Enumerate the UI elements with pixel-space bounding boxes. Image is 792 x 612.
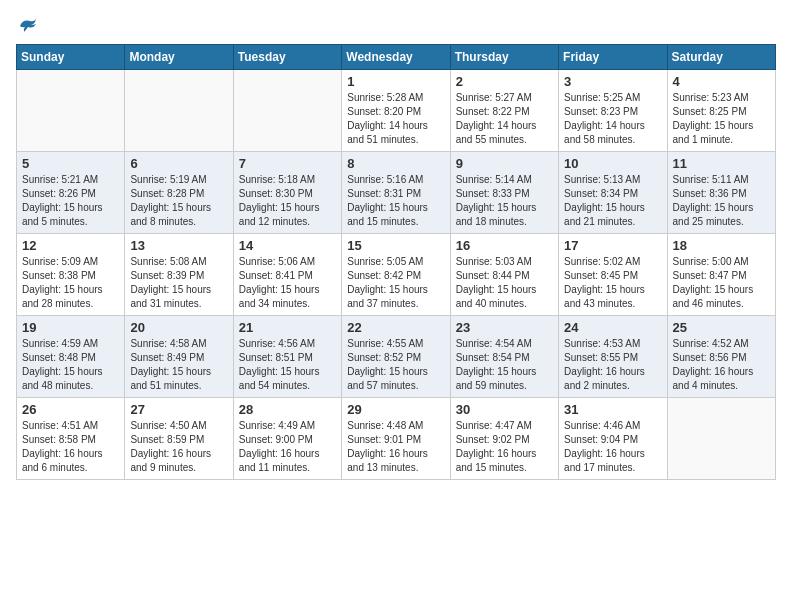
calendar-cell: 22Sunrise: 4:55 AM Sunset: 8:52 PM Dayli… (342, 316, 450, 398)
day-info: Sunrise: 4:56 AM Sunset: 8:51 PM Dayligh… (239, 337, 336, 393)
calendar-body: 1Sunrise: 5:28 AM Sunset: 8:20 PM Daylig… (17, 70, 776, 480)
day-number: 27 (130, 402, 227, 417)
day-info: Sunrise: 5:08 AM Sunset: 8:39 PM Dayligh… (130, 255, 227, 311)
day-number: 20 (130, 320, 227, 335)
day-number: 12 (22, 238, 119, 253)
calendar-cell: 6Sunrise: 5:19 AM Sunset: 8:28 PM Daylig… (125, 152, 233, 234)
day-info: Sunrise: 4:53 AM Sunset: 8:55 PM Dayligh… (564, 337, 661, 393)
day-info: Sunrise: 4:54 AM Sunset: 8:54 PM Dayligh… (456, 337, 553, 393)
calendar-cell: 18Sunrise: 5:00 AM Sunset: 8:47 PM Dayli… (667, 234, 775, 316)
day-number: 22 (347, 320, 444, 335)
calendar-cell: 10Sunrise: 5:13 AM Sunset: 8:34 PM Dayli… (559, 152, 667, 234)
calendar-cell: 16Sunrise: 5:03 AM Sunset: 8:44 PM Dayli… (450, 234, 558, 316)
calendar-cell: 21Sunrise: 4:56 AM Sunset: 8:51 PM Dayli… (233, 316, 341, 398)
logo-bird-icon (18, 16, 38, 36)
calendar-cell: 31Sunrise: 4:46 AM Sunset: 9:04 PM Dayli… (559, 398, 667, 480)
day-info: Sunrise: 4:48 AM Sunset: 9:01 PM Dayligh… (347, 419, 444, 475)
day-number: 10 (564, 156, 661, 171)
logo (16, 16, 38, 36)
day-number: 16 (456, 238, 553, 253)
calendar-cell (233, 70, 341, 152)
day-info: Sunrise: 5:25 AM Sunset: 8:23 PM Dayligh… (564, 91, 661, 147)
day-info: Sunrise: 4:50 AM Sunset: 8:59 PM Dayligh… (130, 419, 227, 475)
day-number: 1 (347, 74, 444, 89)
calendar-cell: 5Sunrise: 5:21 AM Sunset: 8:26 PM Daylig… (17, 152, 125, 234)
day-info: Sunrise: 5:19 AM Sunset: 8:28 PM Dayligh… (130, 173, 227, 229)
calendar-week-4: 19Sunrise: 4:59 AM Sunset: 8:48 PM Dayli… (17, 316, 776, 398)
calendar-cell: 25Sunrise: 4:52 AM Sunset: 8:56 PM Dayli… (667, 316, 775, 398)
day-info: Sunrise: 4:49 AM Sunset: 9:00 PM Dayligh… (239, 419, 336, 475)
calendar-cell: 27Sunrise: 4:50 AM Sunset: 8:59 PM Dayli… (125, 398, 233, 480)
weekday-header-tuesday: Tuesday (233, 45, 341, 70)
calendar-cell: 24Sunrise: 4:53 AM Sunset: 8:55 PM Dayli… (559, 316, 667, 398)
day-number: 26 (22, 402, 119, 417)
calendar-week-3: 12Sunrise: 5:09 AM Sunset: 8:38 PM Dayli… (17, 234, 776, 316)
day-number: 31 (564, 402, 661, 417)
day-info: Sunrise: 5:00 AM Sunset: 8:47 PM Dayligh… (673, 255, 770, 311)
calendar-cell (17, 70, 125, 152)
calendar-cell (667, 398, 775, 480)
day-number: 28 (239, 402, 336, 417)
calendar-table: SundayMondayTuesdayWednesdayThursdayFrid… (16, 44, 776, 480)
day-info: Sunrise: 4:51 AM Sunset: 8:58 PM Dayligh… (22, 419, 119, 475)
calendar-cell: 7Sunrise: 5:18 AM Sunset: 8:30 PM Daylig… (233, 152, 341, 234)
calendar-week-2: 5Sunrise: 5:21 AM Sunset: 8:26 PM Daylig… (17, 152, 776, 234)
day-number: 21 (239, 320, 336, 335)
day-info: Sunrise: 4:55 AM Sunset: 8:52 PM Dayligh… (347, 337, 444, 393)
day-info: Sunrise: 5:27 AM Sunset: 8:22 PM Dayligh… (456, 91, 553, 147)
day-number: 18 (673, 238, 770, 253)
day-info: Sunrise: 5:06 AM Sunset: 8:41 PM Dayligh… (239, 255, 336, 311)
calendar-cell: 8Sunrise: 5:16 AM Sunset: 8:31 PM Daylig… (342, 152, 450, 234)
day-info: Sunrise: 4:58 AM Sunset: 8:49 PM Dayligh… (130, 337, 227, 393)
calendar-cell: 29Sunrise: 4:48 AM Sunset: 9:01 PM Dayli… (342, 398, 450, 480)
day-info: Sunrise: 5:09 AM Sunset: 8:38 PM Dayligh… (22, 255, 119, 311)
calendar-cell: 19Sunrise: 4:59 AM Sunset: 8:48 PM Dayli… (17, 316, 125, 398)
calendar-cell: 13Sunrise: 5:08 AM Sunset: 8:39 PM Dayli… (125, 234, 233, 316)
weekday-header-friday: Friday (559, 45, 667, 70)
day-info: Sunrise: 4:52 AM Sunset: 8:56 PM Dayligh… (673, 337, 770, 393)
day-info: Sunrise: 4:47 AM Sunset: 9:02 PM Dayligh… (456, 419, 553, 475)
day-info: Sunrise: 5:16 AM Sunset: 8:31 PM Dayligh… (347, 173, 444, 229)
day-number: 24 (564, 320, 661, 335)
day-number: 6 (130, 156, 227, 171)
calendar-cell: 28Sunrise: 4:49 AM Sunset: 9:00 PM Dayli… (233, 398, 341, 480)
calendar-cell: 14Sunrise: 5:06 AM Sunset: 8:41 PM Dayli… (233, 234, 341, 316)
weekday-header-sunday: Sunday (17, 45, 125, 70)
day-number: 29 (347, 402, 444, 417)
calendar-header: SundayMondayTuesdayWednesdayThursdayFrid… (17, 45, 776, 70)
day-number: 23 (456, 320, 553, 335)
day-info: Sunrise: 4:59 AM Sunset: 8:48 PM Dayligh… (22, 337, 119, 393)
day-number: 15 (347, 238, 444, 253)
day-number: 3 (564, 74, 661, 89)
day-number: 2 (456, 74, 553, 89)
day-number: 17 (564, 238, 661, 253)
day-number: 13 (130, 238, 227, 253)
day-info: Sunrise: 5:23 AM Sunset: 8:25 PM Dayligh… (673, 91, 770, 147)
day-number: 14 (239, 238, 336, 253)
day-number: 4 (673, 74, 770, 89)
day-number: 30 (456, 402, 553, 417)
calendar-cell: 12Sunrise: 5:09 AM Sunset: 8:38 PM Dayli… (17, 234, 125, 316)
weekday-header-row: SundayMondayTuesdayWednesdayThursdayFrid… (17, 45, 776, 70)
weekday-header-thursday: Thursday (450, 45, 558, 70)
calendar-cell: 4Sunrise: 5:23 AM Sunset: 8:25 PM Daylig… (667, 70, 775, 152)
calendar-week-1: 1Sunrise: 5:28 AM Sunset: 8:20 PM Daylig… (17, 70, 776, 152)
day-info: Sunrise: 5:05 AM Sunset: 8:42 PM Dayligh… (347, 255, 444, 311)
day-number: 9 (456, 156, 553, 171)
day-info: Sunrise: 5:14 AM Sunset: 8:33 PM Dayligh… (456, 173, 553, 229)
calendar-cell: 23Sunrise: 4:54 AM Sunset: 8:54 PM Dayli… (450, 316, 558, 398)
day-number: 5 (22, 156, 119, 171)
calendar-cell: 26Sunrise: 4:51 AM Sunset: 8:58 PM Dayli… (17, 398, 125, 480)
page-header (16, 16, 776, 36)
calendar-cell: 11Sunrise: 5:11 AM Sunset: 8:36 PM Dayli… (667, 152, 775, 234)
day-number: 19 (22, 320, 119, 335)
calendar-cell: 30Sunrise: 4:47 AM Sunset: 9:02 PM Dayli… (450, 398, 558, 480)
day-info: Sunrise: 5:21 AM Sunset: 8:26 PM Dayligh… (22, 173, 119, 229)
weekday-header-saturday: Saturday (667, 45, 775, 70)
calendar-cell: 20Sunrise: 4:58 AM Sunset: 8:49 PM Dayli… (125, 316, 233, 398)
calendar-cell: 9Sunrise: 5:14 AM Sunset: 8:33 PM Daylig… (450, 152, 558, 234)
day-info: Sunrise: 5:18 AM Sunset: 8:30 PM Dayligh… (239, 173, 336, 229)
calendar-cell: 17Sunrise: 5:02 AM Sunset: 8:45 PM Dayli… (559, 234, 667, 316)
day-info: Sunrise: 4:46 AM Sunset: 9:04 PM Dayligh… (564, 419, 661, 475)
day-info: Sunrise: 5:02 AM Sunset: 8:45 PM Dayligh… (564, 255, 661, 311)
